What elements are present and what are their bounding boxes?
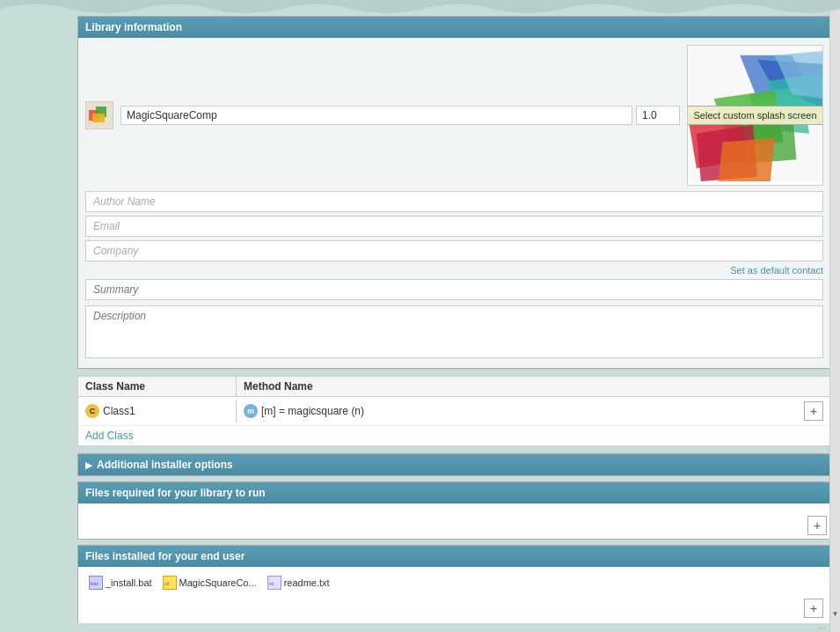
method-display: m [m] = magicsquare (n) [244,404,364,418]
svg-text:ctf: ctf [164,581,170,586]
svg-marker-12 [719,138,775,181]
installer-arrow-icon: ▶ [85,460,92,470]
set-default-link[interactable]: Set as default contact [85,265,823,276]
class-table-section: Class Name Method Name C Class1 m [m] = … [77,376,831,446]
svg-rect-2 [92,114,105,122]
files-installed-section: Files installed for your end user bat _i… [77,545,831,623]
library-name-input[interactable] [121,106,632,125]
library-section-header: Library information [78,17,830,38]
add-method-button[interactable]: + [804,401,823,421]
bat-file-icon: bat [89,576,103,590]
list-item: bat _install.bat [85,574,156,592]
method-text: [m] = magicsquare (n) [261,405,364,417]
files-installed-body: bat _install.bat ctf MagicSquareCo... tx… [78,567,830,623]
email-input[interactable] [85,216,823,237]
file-name-txt: readme.txt [284,577,330,588]
lib-main-content: Set as default contact [85,191,823,305]
class-table-header: Class Name Method Name [78,377,830,397]
comp-file-icon: ctf [163,576,177,590]
additional-installer-label: Additional installer options [97,459,233,471]
add-class-label: Add Class [85,430,134,442]
table-row: C Class1 m [m] = magicsquare (n) + [78,397,830,426]
files-list: bat _install.bat ctf MagicSquareCo... tx… [82,570,827,595]
files-required-header: Files required for your library to run [78,482,830,503]
files-installed-label: Files installed for your end user [85,550,245,562]
library-version-input[interactable] [636,106,680,125]
splash-screen[interactable]: Select custom splash screen [687,45,823,186]
list-item: txt readme.txt [264,574,333,592]
scroll-down-icon[interactable]: ▼ [830,610,840,618]
files-installed-header: Files installed for your end user [78,546,830,567]
library-icon [85,101,113,129]
file-name-bat: _install.bat [106,577,152,588]
files-installed-footer: + [82,595,827,621]
library-section: Library information [77,16,831,369]
files-required-section: Files required for your library to run + [77,481,831,540]
lib-info-fields: Set as default contact [85,191,823,305]
summary-input[interactable] [85,279,823,300]
main-container: Library information [77,16,831,623]
txt-file-icon: txt [267,576,281,590]
method-m-icon: m [244,404,258,418]
add-class-row[interactable]: Add Class [78,426,830,445]
additional-installer-section: ▶ Additional installer options [77,453,831,476]
wavy-top [0,0,840,19]
files-required-body: + [78,503,830,539]
list-item: ctf MagicSquareCo... [159,574,260,592]
svg-text:txt: txt [269,581,274,586]
author-name-input[interactable] [85,191,823,212]
description-textarea[interactable] [85,305,823,358]
lib-top-row: Select custom splash screen [85,45,823,186]
svg-text:bat: bat [91,581,99,586]
lib-name-version [121,106,680,125]
class-name-cell: C Class1 [78,400,237,423]
library-body: Select custom splash screen Set as defau… [78,38,830,368]
company-input[interactable] [85,240,823,261]
scrollbar[interactable]: ▲ ▼ [829,0,840,632]
class-method-cell: m [m] = magicsquare (n) + [237,397,830,425]
class-c-icon: C [85,404,99,418]
add-installed-file-button[interactable]: + [804,599,823,618]
method-name-header: Method Name [237,377,830,396]
library-title: Library information [85,21,182,33]
class-name-label: Class1 [103,405,135,417]
file-name-comp: MagicSquareCo... [179,577,257,588]
bottom-dots: … [818,621,826,630]
splash-image [688,46,822,182]
class-name-header: Class Name [78,377,237,396]
files-required-label: Files required for your library to run [85,487,266,499]
add-required-file-button[interactable]: + [807,516,827,535]
additional-installer-header[interactable]: ▶ Additional installer options [78,454,830,475]
